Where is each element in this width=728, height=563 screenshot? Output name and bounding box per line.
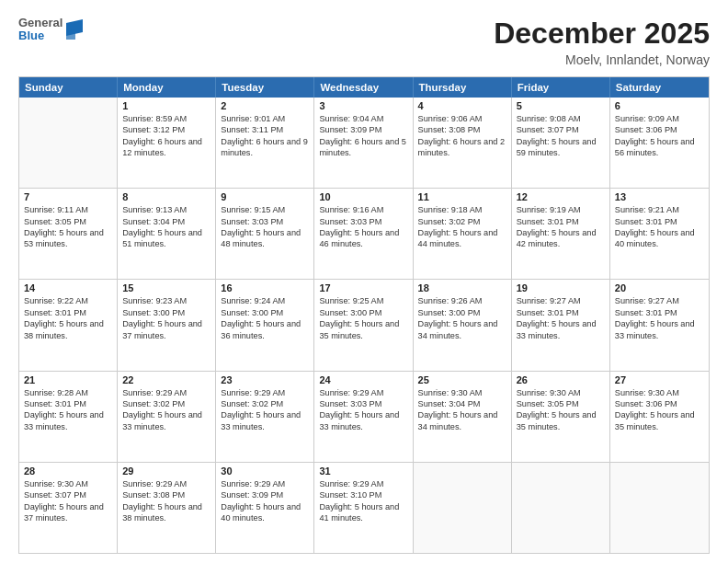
sunrise-text: Sunrise: 9:23 AM xyxy=(122,295,210,306)
day-number: 7 xyxy=(24,191,112,202)
cal-cell: 18Sunrise: 9:26 AMSunset: 3:00 PMDayligh… xyxy=(414,280,512,370)
daylight-text: Daylight: 6 hours and 2 minutes. xyxy=(418,136,506,159)
cal-cell: 13Sunrise: 9:21 AMSunset: 3:01 PMDayligh… xyxy=(610,189,709,279)
sunrise-text: Sunrise: 9:19 AM xyxy=(517,204,605,215)
header-cell-saturday: Saturday xyxy=(610,77,709,98)
month-year: December 2025 xyxy=(494,17,710,51)
sunset-text: Sunset: 3:04 PM xyxy=(418,398,506,409)
cal-cell: 10Sunrise: 9:16 AMSunset: 3:03 PMDayligh… xyxy=(314,189,413,279)
cal-cell xyxy=(610,463,709,553)
cal-cell xyxy=(414,463,512,553)
sunrise-text: Sunrise: 9:27 AM xyxy=(517,295,605,306)
page: General Blue December 2025 Moelv, Innlan… xyxy=(0,0,728,563)
day-number: 11 xyxy=(418,191,506,202)
cal-cell: 11Sunrise: 9:18 AMSunset: 3:02 PMDayligh… xyxy=(414,189,512,279)
daylight-text: Daylight: 6 hours and 9 minutes. xyxy=(221,136,309,159)
day-number: 25 xyxy=(418,374,506,385)
daylight-text: Daylight: 5 hours and 35 minutes. xyxy=(517,409,605,432)
cal-cell: 3Sunrise: 9:04 AMSunset: 3:09 PMDaylight… xyxy=(314,98,413,188)
day-number: 31 xyxy=(319,465,407,477)
sunrise-text: Sunrise: 9:29 AM xyxy=(221,387,309,398)
sunrise-text: Sunrise: 9:21 AM xyxy=(615,204,704,215)
header-cell-thursday: Thursday xyxy=(414,77,512,98)
header-cell-monday: Monday xyxy=(118,77,216,98)
day-number: 24 xyxy=(319,374,407,385)
cal-cell: 29Sunrise: 9:29 AMSunset: 3:08 PMDayligh… xyxy=(118,463,216,553)
sunset-text: Sunset: 3:02 PM xyxy=(221,398,309,409)
cal-row: 14Sunrise: 9:22 AMSunset: 3:01 PMDayligh… xyxy=(19,280,709,371)
cal-cell: 7Sunrise: 9:11 AMSunset: 3:05 PMDaylight… xyxy=(19,189,118,279)
cal-cell: 5Sunrise: 9:08 AMSunset: 3:07 PMDaylight… xyxy=(512,98,610,188)
cal-cell: 21Sunrise: 9:28 AMSunset: 3:01 PMDayligh… xyxy=(19,372,118,462)
sunset-text: Sunset: 3:07 PM xyxy=(517,124,605,135)
sunrise-text: Sunrise: 9:29 AM xyxy=(319,387,407,398)
sunset-text: Sunset: 3:06 PM xyxy=(615,398,704,409)
daylight-text: Daylight: 5 hours and 33 minutes. xyxy=(122,409,210,432)
day-number: 23 xyxy=(221,374,309,385)
cal-cell xyxy=(512,463,610,553)
sunset-text: Sunset: 3:08 PM xyxy=(418,124,506,135)
daylight-text: Daylight: 5 hours and 37 minutes. xyxy=(24,501,112,524)
cal-row: 7Sunrise: 9:11 AMSunset: 3:05 PMDaylight… xyxy=(19,189,709,280)
daylight-text: Daylight: 6 hours and 12 minutes. xyxy=(122,136,210,159)
cal-cell: 16Sunrise: 9:24 AMSunset: 3:00 PMDayligh… xyxy=(216,280,314,370)
sunrise-text: Sunrise: 9:18 AM xyxy=(418,204,506,215)
sunset-text: Sunset: 3:11 PM xyxy=(221,124,309,135)
sunset-text: Sunset: 3:03 PM xyxy=(319,216,407,227)
logo-general: General xyxy=(18,17,63,29)
daylight-text: Daylight: 5 hours and 33 minutes. xyxy=(221,409,309,432)
calendar-body: 1Sunrise: 8:59 AMSunset: 3:12 PMDaylight… xyxy=(19,98,709,553)
sunset-text: Sunset: 3:12 PM xyxy=(122,124,210,135)
sunset-text: Sunset: 3:01 PM xyxy=(615,216,704,227)
header-cell-wednesday: Wednesday xyxy=(314,77,413,98)
day-number: 6 xyxy=(615,100,704,111)
cal-cell: 17Sunrise: 9:25 AMSunset: 3:00 PMDayligh… xyxy=(314,280,413,370)
daylight-text: Daylight: 5 hours and 37 minutes. xyxy=(122,318,210,341)
sunrise-text: Sunrise: 9:22 AM xyxy=(24,295,112,306)
cal-cell: 20Sunrise: 9:27 AMSunset: 3:01 PMDayligh… xyxy=(610,280,709,370)
cal-cell: 12Sunrise: 9:19 AMSunset: 3:01 PMDayligh… xyxy=(512,189,610,279)
cal-cell: 25Sunrise: 9:30 AMSunset: 3:04 PMDayligh… xyxy=(414,372,512,462)
cal-cell: 19Sunrise: 9:27 AMSunset: 3:01 PMDayligh… xyxy=(512,280,610,370)
cal-cell: 22Sunrise: 9:29 AMSunset: 3:02 PMDayligh… xyxy=(118,372,216,462)
day-number: 17 xyxy=(319,282,407,293)
day-number: 22 xyxy=(122,374,210,385)
day-number: 5 xyxy=(517,100,605,111)
cal-cell: 4Sunrise: 9:06 AMSunset: 3:08 PMDaylight… xyxy=(414,98,512,188)
daylight-text: Daylight: 5 hours and 38 minutes. xyxy=(122,501,210,524)
sunset-text: Sunset: 3:00 PM xyxy=(122,307,210,318)
daylight-text: Daylight: 5 hours and 34 minutes. xyxy=(418,409,506,432)
daylight-text: Daylight: 5 hours and 36 minutes. xyxy=(221,318,309,341)
sunrise-text: Sunrise: 8:59 AM xyxy=(122,113,210,124)
header-cell-tuesday: Tuesday xyxy=(216,77,314,98)
calendar: SundayMondayTuesdayWednesdayThursdayFrid… xyxy=(18,76,710,554)
cal-cell: 24Sunrise: 9:29 AMSunset: 3:03 PMDayligh… xyxy=(314,372,413,462)
sunset-text: Sunset: 3:01 PM xyxy=(615,307,704,318)
sunrise-text: Sunrise: 9:29 AM xyxy=(122,478,210,489)
sunset-text: Sunset: 3:01 PM xyxy=(24,307,112,318)
sunset-text: Sunset: 3:02 PM xyxy=(122,398,210,409)
day-number: 2 xyxy=(221,100,309,111)
sunset-text: Sunset: 3:01 PM xyxy=(24,398,112,409)
sunrise-text: Sunrise: 9:25 AM xyxy=(319,295,407,306)
calendar-header: SundayMondayTuesdayWednesdayThursdayFrid… xyxy=(19,77,709,98)
daylight-text: Daylight: 5 hours and 48 minutes. xyxy=(221,227,309,250)
sunrise-text: Sunrise: 9:04 AM xyxy=(319,113,407,124)
day-number: 16 xyxy=(221,282,309,293)
day-number: 10 xyxy=(319,191,407,202)
sunset-text: Sunset: 3:00 PM xyxy=(319,307,407,318)
sunrise-text: Sunrise: 9:29 AM xyxy=(319,478,407,489)
cal-cell: 30Sunrise: 9:29 AMSunset: 3:09 PMDayligh… xyxy=(216,463,314,553)
sunrise-text: Sunrise: 9:29 AM xyxy=(221,478,309,489)
cal-cell: 27Sunrise: 9:30 AMSunset: 3:06 PMDayligh… xyxy=(610,372,709,462)
sunrise-text: Sunrise: 9:16 AM xyxy=(319,204,407,215)
day-number: 18 xyxy=(418,282,506,293)
sunrise-text: Sunrise: 9:26 AM xyxy=(418,295,506,306)
sunset-text: Sunset: 3:10 PM xyxy=(319,489,407,500)
sunset-text: Sunset: 3:01 PM xyxy=(517,307,605,318)
day-number: 27 xyxy=(615,374,704,385)
day-number: 19 xyxy=(517,282,605,293)
sunrise-text: Sunrise: 9:08 AM xyxy=(517,113,605,124)
cal-cell: 6Sunrise: 9:09 AMSunset: 3:06 PMDaylight… xyxy=(610,98,709,188)
day-number: 20 xyxy=(615,282,704,293)
